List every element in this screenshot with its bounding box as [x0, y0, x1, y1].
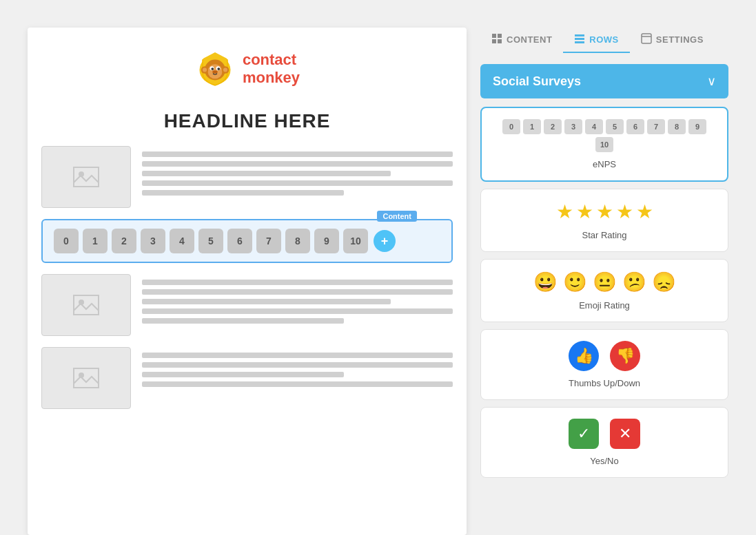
logo-area: contact monkey: [41, 41, 453, 96]
enps-num-5: 5: [606, 119, 624, 134]
stars-row: ★ ★ ★ ★ ★: [556, 200, 653, 223]
image-placeholder-2: [41, 274, 131, 336]
svg-rect-17: [74, 368, 99, 388]
chevron-down-icon: ∨: [707, 74, 716, 89]
nps-10[interactable]: 10: [343, 229, 368, 253]
star-3: ★: [596, 200, 613, 223]
text-line: [142, 161, 453, 167]
text-line: [142, 180, 453, 186]
settings-icon: [641, 33, 652, 46]
logo-monkey: monkey: [243, 69, 300, 87]
tab-rows[interactable]: ROWS: [563, 28, 629, 53]
svg-point-8: [212, 70, 218, 74]
nps-9[interactable]: 9: [314, 229, 339, 253]
social-surveys-title: Social Surveys: [493, 74, 581, 89]
nps-0[interactable]: 0: [54, 229, 79, 253]
content-row-1: [41, 146, 453, 208]
text-line: [142, 171, 391, 176]
enps-num-0: 0: [502, 119, 520, 134]
text-line: [142, 190, 344, 196]
nps-2[interactable]: 2: [112, 229, 136, 253]
email-headline: HEADLINE HERE: [164, 110, 331, 132]
text-line: [142, 353, 453, 358]
svg-rect-13: [74, 167, 99, 187]
nps-7[interactable]: 7: [256, 229, 281, 253]
tab-bar: CONTENT ROWS SETTINGS: [480, 28, 728, 53]
emoji-row: 😀 🙂 😐 😕 😞: [533, 271, 676, 293]
survey-options: 0 1 2 3 4 5 6 7 8 9 10 eNPS ★ ★: [480, 107, 728, 478]
nps-1[interactable]: 1: [83, 229, 108, 253]
star-4: ★: [616, 200, 633, 223]
nps-6[interactable]: 6: [227, 229, 252, 253]
text-line: [142, 280, 453, 285]
svg-point-7: [217, 67, 220, 70]
survey-option-yesno[interactable]: ✓ ✕ Yes/No: [480, 407, 728, 478]
survey-option-emoji-rating[interactable]: 😀 🙂 😐 😕 😞 Emoji Rating: [480, 259, 728, 322]
enps-num-8: 8: [668, 119, 686, 134]
text-line: [142, 289, 453, 295]
svg-rect-25: [575, 41, 584, 43]
content-row-2: [41, 274, 453, 336]
survey-option-star-rating[interactable]: ★ ★ ★ ★ ★ Star Rating: [480, 189, 728, 252]
social-surveys-header[interactable]: Social Surveys ∨: [480, 64, 728, 98]
svg-rect-21: [492, 39, 496, 43]
text-line: [142, 151, 453, 157]
nps-3[interactable]: 3: [141, 229, 165, 253]
tab-settings[interactable]: SETTINGS: [630, 28, 715, 53]
enps-num-7: 7: [647, 119, 665, 134]
nps-8[interactable]: 8: [285, 229, 310, 253]
image-placeholder-3: [41, 347, 131, 409]
svg-rect-15: [74, 295, 99, 315]
text-line: [142, 381, 453, 387]
text-lines-2: [142, 274, 453, 324]
svg-rect-23: [575, 34, 584, 36]
enps-num-6: 6: [626, 119, 644, 134]
emoji-2: 🙂: [563, 271, 587, 293]
tab-content-label: CONTENT: [507, 34, 552, 45]
svg-rect-20: [498, 34, 502, 38]
content-row-3: [41, 347, 453, 409]
enps-num-4: 4: [585, 119, 603, 134]
emoji-5: 😞: [652, 271, 676, 293]
star-1: ★: [556, 200, 573, 223]
survey-row[interactable]: Content 0 1 2 3 4 5 6 7 8 9 10 +: [41, 219, 453, 263]
text-line: [142, 372, 344, 377]
thumb-down-icon: 👎: [610, 341, 640, 371]
svg-point-10: [203, 68, 207, 72]
image-icon-3: [72, 364, 100, 392]
text-lines-3: [142, 347, 453, 387]
enps-label: eNPS: [593, 159, 616, 169]
add-button[interactable]: +: [374, 230, 396, 252]
svg-point-12: [223, 68, 227, 72]
star-5: ★: [636, 200, 653, 223]
rows-icon: [574, 33, 585, 46]
thumbs-row: 👍 👎: [569, 341, 640, 371]
thumb-up-icon: 👍: [569, 341, 599, 371]
nps-5[interactable]: 5: [198, 229, 223, 253]
tab-settings-label: SETTINGS: [656, 34, 704, 45]
image-placeholder-1: [41, 146, 131, 208]
text-lines-1: [142, 146, 453, 196]
logo-icon: [194, 48, 236, 90]
tab-rows-label: ROWS: [589, 34, 618, 45]
star-rating-label: Star Rating: [582, 230, 626, 240]
image-icon-1: [72, 163, 100, 191]
right-panel: CONTENT ROWS SETTINGS Social Surveys ∨: [480, 28, 728, 535]
enps-num-2: 2: [544, 119, 562, 134]
tab-content[interactable]: CONTENT: [480, 28, 563, 53]
enps-num-9: 9: [688, 119, 706, 134]
content-badge: Content: [377, 211, 417, 222]
nps-4[interactable]: 4: [170, 229, 194, 253]
emoji-rating-label: Emoji Rating: [579, 300, 630, 311]
logo-text: contact monkey: [243, 51, 300, 87]
emoji-3: 😐: [593, 271, 617, 293]
yes-button: ✓: [569, 419, 599, 449]
grid-icon: [491, 33, 502, 46]
text-line: [142, 299, 391, 304]
survey-option-enps[interactable]: 0 1 2 3 4 5 6 7 8 9 10 eNPS: [480, 107, 728, 182]
email-preview: contact monkey HEADLINE HERE: [28, 28, 467, 535]
nps-numbers: 0 1 2 3 4 5 6 7 8 9 10: [54, 229, 368, 253]
enps-numbers: 0 1 2 3 4 5 6 7 8 9 10: [493, 119, 716, 152]
survey-option-thumbs[interactable]: 👍 👎 Thumbs Up/Down: [480, 329, 728, 400]
app-container: contact monkey HEADLINE HERE: [14, 14, 742, 535]
